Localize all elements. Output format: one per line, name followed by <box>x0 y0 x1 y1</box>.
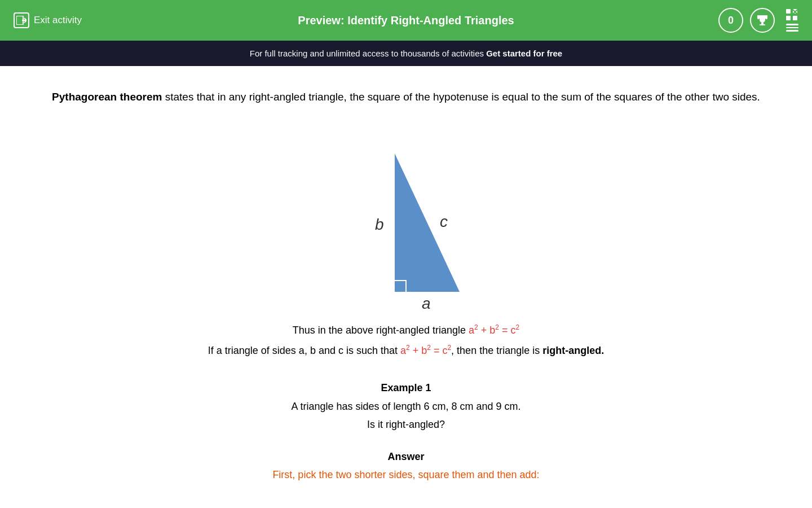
formula-line1-eq: a2 + b2 = c2 <box>469 325 519 336</box>
score-badge[interactable]: 0 <box>718 8 743 33</box>
formula-line2-prefix: If a triangle of sides a, b and c is suc… <box>208 345 400 356</box>
formula-line2-suffix: , then the triangle is <box>451 345 542 356</box>
answer-label: Answer <box>45 448 767 466</box>
answer-text: First, pick the two shorter sides, squar… <box>45 466 767 484</box>
formula-section: Thus in the above right-angled triangle … <box>45 320 767 361</box>
answer-section: Answer First, pick the two shorter sides… <box>45 448 767 484</box>
example-section: Example 1 A triangle has sides of length… <box>45 379 767 433</box>
theorem-rest: states that in any right-angled triangle… <box>162 91 760 103</box>
example-question: Is it right-angled? <box>45 415 767 433</box>
header-right: 0 <box>718 8 798 33</box>
main-content: Pythagorean theorem states that in any r… <box>0 66 812 508</box>
triangle-shape <box>395 154 460 292</box>
svg-rect-3 <box>760 24 765 25</box>
example-text: A triangle has sides of length 6 cm, 8 c… <box>45 397 767 415</box>
label-c: c <box>440 213 448 230</box>
triangle-svg: b c a <box>321 128 491 309</box>
exit-activity-label: Exit activity <box>34 15 82 26</box>
label-b: b <box>375 216 384 233</box>
formula-line2-bold: right-angled. <box>542 345 604 356</box>
banner-cta[interactable]: Get started for free <box>486 49 562 58</box>
formula-line2-eq: a2 + b2 = c2 <box>400 345 451 356</box>
exit-activity-button[interactable]: Exit activity <box>14 12 82 28</box>
formula-line1-prefix: Thus in the above right-angled triangle <box>293 325 469 336</box>
label-a: a <box>422 295 431 309</box>
theorem-paragraph: Pythagorean theorem states that in any r… <box>45 89 767 106</box>
exit-icon <box>14 12 29 28</box>
formula-line1: Thus in the above right-angled triangle … <box>45 320 767 340</box>
svg-rect-2 <box>761 23 764 24</box>
app-menu-icon[interactable] <box>786 9 798 32</box>
trophy-badge[interactable] <box>750 8 775 33</box>
promo-banner: For full tracking and unlimited access t… <box>0 41 812 66</box>
top-header: Exit activity Preview: Identify Right-An… <box>0 0 812 41</box>
banner-text: For full tracking and unlimited access t… <box>250 49 486 58</box>
formula-line2: If a triangle of sides a, b and c is suc… <box>45 340 767 361</box>
page-title: Preview: Identify Right-Angled Triangles <box>298 14 514 27</box>
theorem-bold: Pythagorean theorem <box>52 91 162 103</box>
example-label: Example 1 <box>45 379 767 397</box>
triangle-diagram: b c a <box>45 128 767 309</box>
